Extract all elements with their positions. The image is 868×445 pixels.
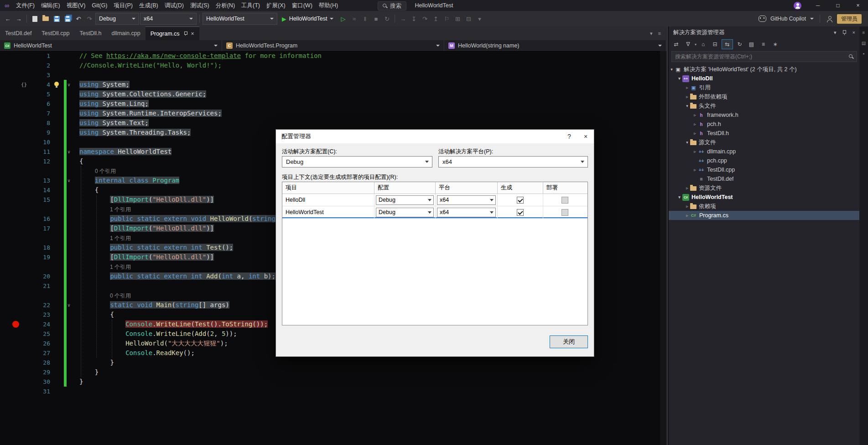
tab-dllmain-cpp[interactable]: dllmain.cpp: [106, 26, 145, 40]
copilot-icon[interactable]: [759, 16, 766, 22]
menu-item[interactable]: 视图(V): [63, 0, 89, 11]
show-next-statement-icon[interactable]: →: [398, 13, 408, 24]
codelens-references[interactable]: 1 个引用: [110, 264, 131, 270]
code-line[interactable]: 28}: [0, 358, 660, 367]
tree-item--[interactable]: ▹外部依赖项: [669, 92, 860, 101]
code-line[interactable]: 4{}∨using System;: [0, 80, 660, 89]
config-dropdown[interactable]: Debug: [376, 208, 434, 217]
codelens-references[interactable]: 0 个引用: [110, 293, 131, 299]
tree-item--helloworldtest-2-2-[interactable]: ▾▣解决方案 'HelloWorldTest' (2 个项目, 共 2 个): [669, 65, 860, 74]
overflow-icon[interactable]: ▾: [474, 13, 484, 24]
close-icon[interactable]: ×: [852, 30, 855, 35]
expander-closed-icon[interactable]: ▹: [684, 94, 690, 99]
collapse-all-icon[interactable]: ⊟: [710, 40, 720, 49]
new-file-icon[interactable]: [30, 13, 40, 24]
chevron-down-icon[interactable]: ▾: [650, 31, 653, 37]
codelens-references[interactable]: 0 个引用: [95, 168, 116, 174]
table-row[interactable]: HelloDllDebugx64: [282, 194, 587, 206]
expander-closed-icon[interactable]: ▹: [692, 168, 698, 172]
tab-program-cs[interactable]: Program.cs×: [146, 26, 199, 40]
fold-chevron-icon[interactable]: ∨: [68, 147, 70, 157]
code-line[interactable]: 7using System.Runtime.InteropServices;: [0, 109, 660, 118]
tree-item--[interactable]: ▹▣引用: [669, 83, 860, 92]
expander-closed-icon[interactable]: ▹: [684, 186, 690, 190]
column-header[interactable]: 部署: [543, 182, 587, 194]
step-into-icon[interactable]: ↧: [409, 13, 419, 24]
tree-item-framework-h[interactable]: ▹hframework.h: [669, 110, 860, 120]
tab-testdll-h[interactable]: TestDll.h: [75, 26, 107, 40]
breadcrumb-section[interactable]: MHelloWorld(string name): [444, 40, 666, 51]
config-dropdown[interactable]: Debug: [376, 195, 434, 205]
tree-item--[interactable]: ▾源文件: [669, 138, 860, 147]
step-out-icon[interactable]: ↥: [431, 13, 441, 24]
solution-configurations-dropdown[interactable]: Debug: [95, 13, 139, 25]
filter-dropdown-icon[interactable]: ∇: [683, 40, 693, 49]
tree-item-dllmain-cpp[interactable]: ▹++dllmain.cpp: [669, 147, 860, 156]
menu-item[interactable]: 测试(S): [187, 0, 213, 11]
code-line[interactable]: 6using System.Linq;: [0, 99, 660, 109]
column-header[interactable]: 配置: [374, 182, 436, 194]
fold-chevron-icon[interactable]: ∨: [68, 176, 70, 185]
menu-item[interactable]: Git(G): [88, 0, 110, 11]
save-all-icon[interactable]: [62, 13, 73, 24]
editor-scrollbar[interactable]: [660, 51, 666, 445]
expander-open-icon[interactable]: ▾: [669, 67, 675, 72]
expander-closed-icon[interactable]: ▹: [684, 204, 690, 209]
expander-open-icon[interactable]: ▾: [676, 195, 682, 199]
copilot-label[interactable]: GitHub Copilot: [770, 16, 806, 22]
fold-chevron-icon[interactable]: ∨: [68, 300, 70, 310]
code-line[interactable]: 1// See https://aka.ms/new-console-templ…: [0, 51, 660, 61]
code-line[interactable]: 29}: [0, 367, 660, 377]
menu-item[interactable]: 项目(P): [110, 0, 136, 11]
tree-item-hellodll[interactable]: ▾++HelloDll: [669, 74, 860, 83]
dialog-title-bar[interactable]: 配置管理器 ? ×: [276, 130, 594, 143]
menu-item[interactable]: 生成(B): [136, 0, 161, 11]
home-icon[interactable]: ⌂: [698, 40, 708, 49]
menu-item[interactable]: 文件(F): [13, 0, 38, 11]
expander-open-icon[interactable]: ▾: [676, 76, 682, 81]
code-line[interactable]: 31: [0, 387, 660, 396]
forward-icon[interactable]: →: [14, 13, 24, 24]
chevron-down-icon[interactable]: [436, 45, 440, 47]
expander-open-icon[interactable]: ▾: [684, 140, 690, 145]
menu-item[interactable]: 调试(D): [161, 0, 187, 11]
help-icon[interactable]: ?: [561, 130, 577, 143]
build-checkbox[interactable]: [517, 209, 524, 216]
startup-projects-dropdown[interactable]: HelloWorldTest: [203, 13, 277, 25]
menu-item[interactable]: 窗口(W): [289, 0, 316, 11]
close-button[interactable]: 关闭: [550, 335, 588, 348]
scroll-marker-icon[interactable]: ▪: [863, 51, 865, 56]
menu-item[interactable]: 扩展(X): [263, 0, 289, 11]
scroll-marker-icon[interactable]: ▤: [862, 41, 866, 46]
switch-views-icon[interactable]: ⇄: [671, 40, 681, 49]
maximize-icon[interactable]: □: [828, 0, 848, 11]
sync-with-active-document-icon[interactable]: ⇆: [722, 39, 733, 49]
tree-item-testdll-h[interactable]: ▹hTestDll.h: [669, 129, 860, 138]
breakpoint-dot[interactable]: [12, 321, 19, 328]
code-line[interactable]: 3: [0, 70, 660, 80]
tree-item-pch-cpp[interactable]: ++pch.cpp: [669, 156, 860, 165]
platform-dropdown[interactable]: x64: [437, 195, 496, 205]
active-config-dropdown[interactable]: Debug: [282, 156, 432, 168]
breadcrumb-section[interactable]: CHelloWorldTest.Program: [222, 40, 444, 51]
pin-icon[interactable]: [183, 31, 187, 36]
redo-icon[interactable]: ↷: [84, 13, 94, 24]
column-header[interactable]: 生成: [498, 182, 543, 194]
expander-closed-icon[interactable]: ▹: [684, 213, 690, 218]
account-icon[interactable]: [794, 2, 801, 10]
view-code-icon[interactable]: ≡: [758, 40, 769, 49]
break-all-icon[interactable]: ‖: [360, 13, 370, 24]
code-line[interactable]: 30}: [0, 377, 660, 387]
lightbulb-icon[interactable]: [54, 82, 59, 86]
start-debugging-button[interactable]: ▶HelloWorldTest: [278, 13, 337, 24]
open-file-icon[interactable]: [41, 13, 51, 24]
close-icon[interactable]: ×: [848, 0, 868, 11]
show-all-files-icon[interactable]: ▤: [746, 40, 757, 49]
tree-item-pch-h[interactable]: ▹hpch.h: [669, 120, 860, 129]
menu-item[interactable]: 分析(N): [213, 0, 238, 11]
chevron-down-icon[interactable]: [214, 45, 218, 47]
build-checkbox[interactable]: [517, 197, 524, 204]
minimize-icon[interactable]: ─: [808, 0, 828, 11]
tree-item--[interactable]: ▾头文件: [669, 101, 860, 110]
expander-closed-icon[interactable]: ▹: [692, 149, 698, 154]
